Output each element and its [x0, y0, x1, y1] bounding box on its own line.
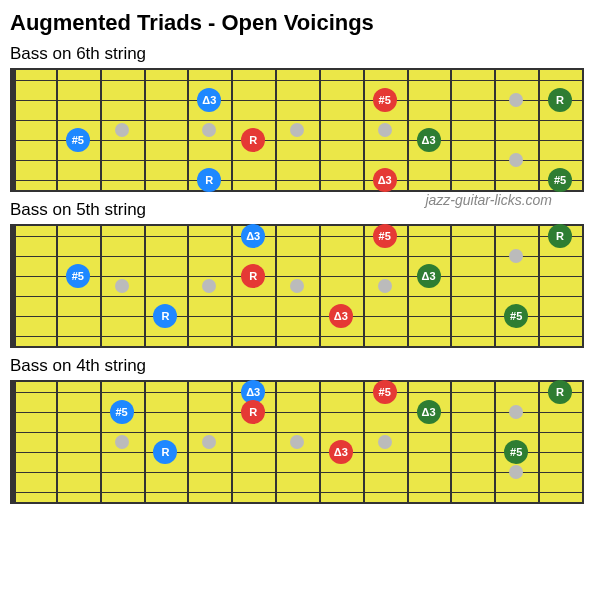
string-line: [12, 276, 582, 277]
note-dot: Δ3: [329, 440, 353, 464]
fret-marker: [202, 279, 216, 293]
fret-marker: [115, 279, 129, 293]
fret-marker: [115, 435, 129, 449]
fret-marker: [290, 435, 304, 449]
fret-marker: [509, 465, 523, 479]
note-dot: Δ3: [373, 168, 397, 192]
fretboard-diagram: #5RΔ3RΔ3#5Δ3#5R: [10, 380, 584, 504]
note-dot: R: [197, 168, 221, 192]
fret-line: [582, 226, 584, 346]
fret-marker: [378, 123, 392, 137]
note-dot: Δ3: [417, 264, 441, 288]
fret-marker: [115, 123, 129, 137]
fret-line: [363, 382, 365, 502]
note-dot: R: [241, 400, 265, 424]
note-dot: R: [241, 264, 265, 288]
page-title: Augmented Triads - Open Voicings: [10, 10, 584, 36]
fret-line: [56, 226, 58, 346]
string-line: [12, 140, 582, 141]
fret-line: [319, 382, 321, 502]
string-line: [12, 80, 582, 81]
note-dot: #5: [373, 224, 397, 248]
string-line: [12, 236, 582, 237]
note-dot: #5: [548, 168, 572, 192]
note-dot: #5: [66, 128, 90, 152]
fret-marker: [202, 123, 216, 137]
note-dot: R: [548, 224, 572, 248]
fretboard-diagram: #5Δ3RR#5Δ3Δ3R#5jazz-guitar-licks.com: [10, 68, 584, 192]
watermark: jazz-guitar-licks.com: [425, 192, 552, 208]
fret-line: [56, 382, 58, 502]
fret-marker: [509, 249, 523, 263]
note-dot: R: [548, 88, 572, 112]
fret-marker: [290, 123, 304, 137]
fret-marker: [509, 405, 523, 419]
fret-line: [100, 226, 102, 346]
string-line: [12, 432, 582, 433]
fret-line: [187, 226, 189, 346]
string-line: [12, 296, 582, 297]
string-line: [12, 180, 582, 181]
nut: [12, 382, 16, 502]
string-line: [12, 412, 582, 413]
fret-line: [363, 70, 365, 190]
note-dot: R: [548, 380, 572, 404]
fret-line: [100, 382, 102, 502]
fret-marker: [509, 153, 523, 167]
nut: [12, 70, 16, 190]
note-dot: #5: [373, 88, 397, 112]
string-line: [12, 472, 582, 473]
string-line: [12, 452, 582, 453]
fret-marker: [378, 279, 392, 293]
fret-line: [231, 70, 233, 190]
fret-marker: [509, 93, 523, 107]
fret-line: [407, 382, 409, 502]
note-dot: R: [153, 440, 177, 464]
fret-line: [538, 226, 540, 346]
fret-line: [450, 382, 452, 502]
fret-line: [275, 70, 277, 190]
fret-marker: [202, 435, 216, 449]
note-dot: Δ3: [241, 224, 265, 248]
fret-line: [275, 382, 277, 502]
string-line: [12, 392, 582, 393]
string-line: [12, 256, 582, 257]
fret-line: [319, 70, 321, 190]
string-line: [12, 336, 582, 337]
fret-line: [407, 70, 409, 190]
fret-line: [100, 70, 102, 190]
fret-line: [144, 226, 146, 346]
fret-line: [407, 226, 409, 346]
string-line: [12, 316, 582, 317]
fret-line: [450, 226, 452, 346]
fret-line: [144, 70, 146, 190]
fret-line: [494, 70, 496, 190]
fret-line: [450, 70, 452, 190]
string-line: [12, 492, 582, 493]
note-dot: #5: [504, 440, 528, 464]
diagram-subtitle: Bass on 6th string: [10, 44, 584, 64]
fret-line: [144, 382, 146, 502]
fret-line: [494, 382, 496, 502]
string-line: [12, 160, 582, 161]
note-dot: Δ3: [417, 128, 441, 152]
note-dot: #5: [110, 400, 134, 424]
note-dot: Δ3: [197, 88, 221, 112]
fret-line: [231, 382, 233, 502]
fret-line: [319, 226, 321, 346]
note-dot: R: [153, 304, 177, 328]
note-dot: Δ3: [329, 304, 353, 328]
fret-line: [187, 70, 189, 190]
nut: [12, 226, 16, 346]
fret-line: [538, 70, 540, 190]
fret-line: [582, 70, 584, 190]
diagram-subtitle: Bass on 4th string: [10, 356, 584, 376]
fret-line: [538, 382, 540, 502]
fret-line: [231, 226, 233, 346]
fret-marker: [378, 435, 392, 449]
fretboard-diagram: #5RΔ3RΔ3#5Δ3#5R: [10, 224, 584, 348]
string-line: [12, 120, 582, 121]
fret-line: [363, 226, 365, 346]
note-dot: #5: [504, 304, 528, 328]
fret-line: [187, 382, 189, 502]
